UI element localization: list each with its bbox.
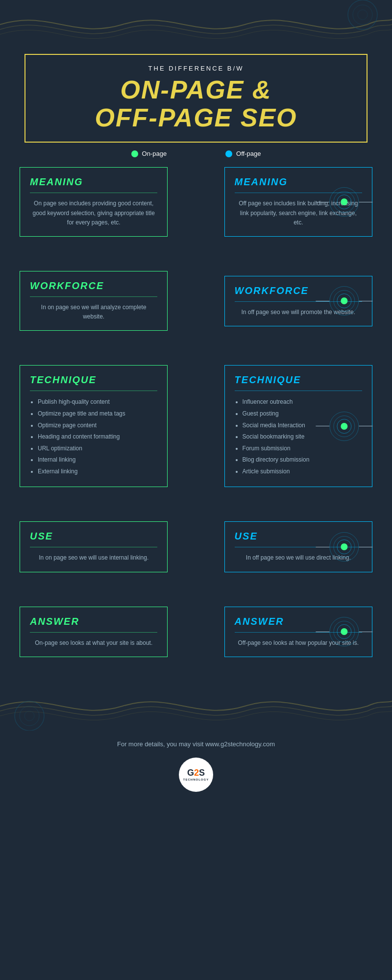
center-dot-2 (341, 297, 347, 304)
meaning-right-title: Meaning (235, 176, 362, 188)
center-dot-4 (341, 543, 347, 550)
top-decoration (0, 0, 392, 49)
h-line-left-3 (316, 426, 330, 426)
answer-connector (316, 617, 372, 646)
logo-circle: G 2 S TECHNOLOGY (179, 758, 213, 792)
workforce-left-text: In on page seo we will analyze complete … (30, 303, 157, 321)
h-line-left-4 (316, 547, 330, 547)
logo-sub: TECHNOLOGY (183, 778, 209, 781)
logo-2: 2 (194, 768, 199, 778)
legend-offpage: Off-page (225, 150, 261, 157)
workforce-section: Workforce In on page seo we will analyze… (20, 271, 372, 331)
answer-section: Answer On-page seo looks at what your si… (20, 607, 372, 657)
meaning-left-divider (30, 193, 157, 193)
list-item: Optimize page title and meta tags (38, 409, 157, 419)
use-left-divider (30, 547, 157, 547)
header-wrapper: The difference b/w On-Page & Off-Page SE… (0, 54, 392, 143)
technique-right-divider (235, 391, 362, 391)
workforce-left-divider (30, 296, 157, 297)
answer-left-text: On-page seo looks at what your site is a… (30, 638, 157, 648)
meaning-section: Meaning On page seo includes providing g… (20, 167, 372, 237)
technique-left-box: Technique Publish high-quality content O… (20, 365, 168, 487)
meaning-left-title: Meaning (30, 176, 157, 188)
h-line-left-2 (316, 301, 330, 301)
h-line-right-4 (359, 547, 372, 547)
technique-left-title: Technique (30, 374, 157, 386)
list-item: Heading and content formatting (38, 432, 157, 442)
h-line-right-3 (359, 426, 372, 426)
workforce-left-box: Workforce In on page seo we will analyze… (20, 271, 168, 331)
list-item: Influencer outreach (243, 397, 362, 408)
h-line-right-2 (359, 301, 372, 301)
list-item: Internal linking (38, 455, 157, 466)
use-connector (316, 532, 372, 562)
use-left-title: Use (30, 531, 157, 542)
workforce-left-title: Workforce (30, 280, 157, 292)
center-dot-5 (341, 628, 347, 635)
list-item: URL optimization (38, 443, 157, 454)
header-subtitle: The difference b/w (40, 65, 352, 72)
svg-point-5 (24, 711, 34, 721)
h-line-left-5 (316, 632, 330, 632)
use-rings (329, 532, 359, 562)
content-area: Meaning On page seo includes providing g… (0, 167, 392, 657)
answer-rings (329, 617, 359, 646)
offpage-dot (225, 150, 232, 157)
svg-point-0 (348, 0, 377, 29)
list-item: Article submission (243, 466, 362, 477)
footer-section: For more details, you may visit www.g2st… (0, 731, 392, 807)
meaning-connector (316, 187, 372, 217)
use-left-box: Use In on page seo we will use internal … (20, 521, 168, 572)
onpage-label: On-page (142, 150, 167, 157)
technique-connector (316, 412, 372, 441)
header-box: The difference b/w On-Page & Off-Page SE… (24, 54, 368, 143)
logo-s: S (199, 768, 205, 778)
answer-left-box: Answer On-page seo looks at what your si… (20, 607, 168, 657)
logo-g: G (187, 768, 194, 778)
meaning-left-box: Meaning On page seo includes providing g… (20, 167, 168, 237)
offpage-label: Off-page (236, 150, 261, 157)
svg-point-4 (20, 706, 39, 726)
svg-point-3 (15, 701, 44, 731)
workforce-connector (316, 286, 372, 316)
list-item: Blog directory submission (243, 455, 362, 466)
list-item: Forum submission (243, 443, 362, 454)
header-title: On-Page & Off-Page SEO (40, 76, 352, 132)
list-item: External linking (38, 466, 157, 477)
h-line-right (359, 202, 372, 202)
center-dot (341, 198, 347, 205)
use-left-text: In on page seo we will use internal link… (30, 553, 157, 563)
technique-rings (329, 412, 359, 441)
bottom-decoration (0, 682, 392, 731)
list-item: Optimize page content (38, 420, 157, 431)
logo-text: G 2 S (187, 768, 205, 778)
meaning-left-card: Meaning On page seo includes providing g… (20, 167, 168, 237)
svg-point-1 (353, 5, 372, 24)
page-wrapper: The difference b/w On-Page & Off-Page SE… (0, 0, 392, 807)
use-section: Use In on page seo we will use internal … (20, 521, 372, 572)
meaning-left-text: On page seo includes providing good cont… (30, 199, 157, 227)
svg-point-2 (358, 10, 368, 20)
footer-text: For more details, you may visit www.g2st… (0, 740, 392, 748)
technique-right-title: Technique (235, 374, 362, 386)
legend-onpage: On-page (131, 150, 167, 157)
legend: On-page Off-page (0, 143, 392, 167)
workforce-rings (329, 286, 359, 316)
technique-section: Technique Publish high-quality content O… (20, 365, 372, 487)
use-left-card: Use In on page seo we will use internal … (20, 521, 168, 572)
meaning-rings (329, 187, 359, 217)
answer-left-divider (30, 632, 157, 633)
h-line-right-5 (359, 632, 372, 632)
onpage-dot (131, 150, 138, 157)
technique-left-list: Publish high-quality content Optimize pa… (30, 397, 157, 477)
technique-left-divider (30, 391, 157, 391)
answer-left-card: Answer On-page seo looks at what your si… (20, 607, 168, 657)
workforce-left-card: Workforce In on page seo we will analyze… (20, 271, 168, 331)
technique-left-card: Technique Publish high-quality content O… (20, 365, 168, 487)
list-item: Publish high-quality content (38, 397, 157, 408)
center-dot-3 (341, 423, 347, 430)
h-line-left (316, 202, 330, 202)
answer-left-title: Answer (30, 616, 157, 627)
